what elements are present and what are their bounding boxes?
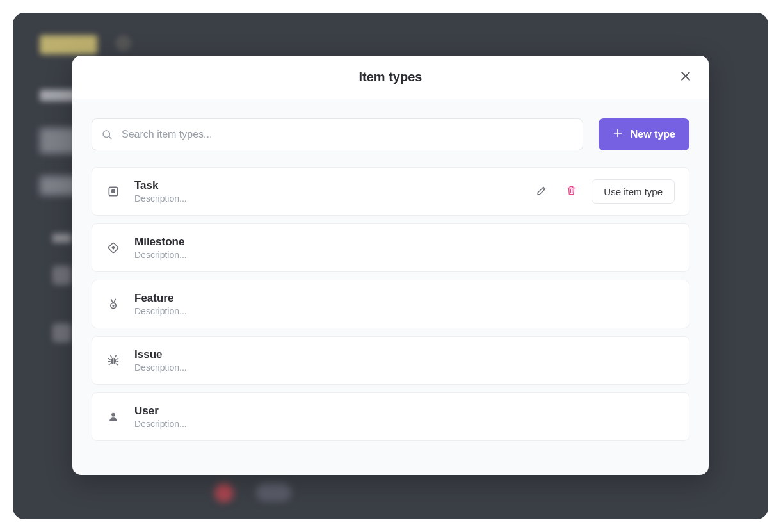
medal-icon [106,297,120,311]
type-text: User Description... [134,405,675,429]
modal-title: Item types [359,70,423,85]
type-text: Issue Description... [134,348,675,373]
type-description: Description... [134,193,519,204]
new-type-label: New type [631,129,675,140]
use-item-type-button[interactable]: Use item type [592,179,675,204]
type-description: Description... [134,250,675,260]
search-icon [101,129,113,140]
type-name: User [134,405,675,417]
type-description: Description... [134,306,675,316]
background-blur [52,266,72,285]
type-description: Description... [134,419,675,429]
background-blur [52,234,72,243]
type-name: Feature [134,292,675,305]
type-list: Task Description... Use item type [92,167,689,441]
background-blur [52,323,72,343]
modal-body: New type Task Description... [72,99,709,475]
type-name: Milestone [134,236,675,248]
type-description: Description... [134,362,675,373]
diamond-icon [106,241,120,255]
pencil-icon [536,184,548,198]
type-card[interactable]: Milestone Description... [92,223,689,272]
background-blur [256,483,291,501]
type-text: Milestone Description... [134,236,675,260]
type-card[interactable]: Task Description... Use item type [92,167,689,216]
item-types-modal: Item types [72,56,709,475]
close-icon [679,70,692,85]
trash-icon [565,184,577,198]
search-input[interactable] [92,118,583,150]
bug-icon [106,353,120,367]
type-text: Feature Description... [134,292,675,316]
modal-header: Item types [72,56,709,99]
type-text: Task Description... [134,179,519,204]
new-type-button[interactable]: New type [599,118,689,150]
type-name: Task [134,179,519,192]
background-blur [115,35,131,51]
type-card[interactable]: Feature Description... [92,280,689,328]
close-button[interactable] [677,69,695,86]
type-name: Issue [134,348,675,361]
plus-icon [613,128,623,141]
type-actions: Use item type [533,179,675,204]
type-card[interactable]: User Description... [92,392,689,441]
user-icon [106,410,120,424]
search-wrap [92,118,583,150]
svg-line-3 [109,136,111,139]
delete-button[interactable] [562,182,580,200]
square-icon [106,184,120,198]
edit-button[interactable] [533,182,551,200]
type-card[interactable]: Issue Description... [92,336,689,385]
background-blur [214,483,234,503]
toolbar: New type [92,118,689,150]
background-blur [40,35,97,54]
